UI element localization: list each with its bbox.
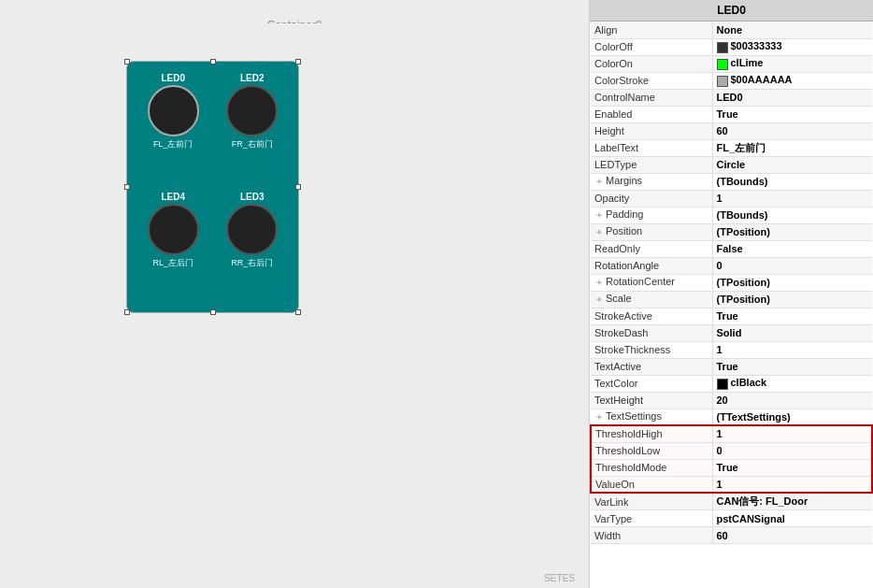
- prop-key-opacity: Opacity: [591, 190, 712, 207]
- prop-row-margins[interactable]: ＋Margins(TBounds): [591, 173, 872, 190]
- prop-val-controlname[interactable]: LED0: [712, 89, 872, 106]
- prop-val-vartype[interactable]: pstCANSignal: [712, 510, 872, 527]
- prop-val-scale[interactable]: (TPosition): [712, 291, 872, 308]
- led-cell-2[interactable]: LED2 FR_右前门: [218, 73, 288, 182]
- prop-val-position[interactable]: (TPosition): [712, 223, 872, 240]
- led0-circle[interactable]: [148, 85, 199, 136]
- prop-key-enabled: Enabled: [591, 106, 712, 122]
- prop-row-coloroff[interactable]: ColorOff$00333333: [591, 38, 872, 55]
- prop-row-colorstroke[interactable]: ColorStroke$00AAAAAA: [591, 72, 872, 89]
- led2-id: LED2: [240, 73, 265, 83]
- selection-handle-tm[interactable]: [210, 59, 216, 65]
- selection-handle-br[interactable]: [295, 309, 301, 315]
- prop-row-textcolor[interactable]: TextColorclBlack: [591, 375, 872, 392]
- prop-row-opacity[interactable]: Opacity1: [591, 190, 872, 207]
- prop-key-padding: ＋Padding: [591, 207, 712, 223]
- prop-val-valueon[interactable]: 1: [712, 476, 872, 493]
- prop-val-thresholdmode[interactable]: True: [712, 459, 872, 476]
- led-container[interactable]: LED0 FL_左前门 LED2 FR_右前门 LED4 RL_左后门: [126, 61, 299, 313]
- led-cell-3[interactable]: LED3 RR_右后门: [218, 192, 288, 301]
- prop-val-align[interactable]: None: [712, 22, 872, 38]
- prop-row-height[interactable]: Height60: [591, 122, 872, 139]
- prop-row-width[interactable]: Width60: [591, 527, 872, 544]
- led4-label: RL_左后门: [152, 257, 193, 269]
- prop-val-coloroff[interactable]: $00333333: [712, 38, 872, 55]
- prop-row-thresholdlow[interactable]: ThresholdLow0: [591, 442, 872, 459]
- led4-circle[interactable]: [148, 204, 199, 255]
- expand-icon[interactable]: ＋: [594, 176, 604, 186]
- prop-val-strokedash[interactable]: Solid: [712, 324, 872, 341]
- selection-handle-ml[interactable]: [124, 184, 130, 190]
- prop-val-textsettings[interactable]: (TTextSettings): [712, 409, 872, 425]
- expand-icon[interactable]: ＋: [594, 294, 604, 304]
- prop-val-textheight[interactable]: 20: [712, 392, 872, 409]
- led-cell-0[interactable]: LED0 FL_左前门: [138, 73, 208, 182]
- prop-val-margins[interactable]: (TBounds): [712, 173, 872, 190]
- prop-val-thresholdhigh[interactable]: 1: [712, 425, 872, 442]
- properties-table: AlignNoneColorOff$00333333ColorOnclLimeC…: [590, 22, 873, 544]
- color-text-coloron: clLime: [731, 57, 764, 68]
- prop-row-scale[interactable]: ＋Scale(TPosition): [591, 291, 872, 308]
- color-swatch-colorstroke: [717, 76, 728, 87]
- led2-circle[interactable]: [226, 85, 278, 136]
- selection-handle-tr[interactable]: [295, 59, 301, 65]
- prop-row-textheight[interactable]: TextHeight20: [591, 392, 872, 409]
- prop-val-labeltext[interactable]: FL_左前门: [712, 139, 872, 156]
- prop-row-varlink[interactable]: VarLinkCAN信号: FL_Door: [591, 493, 872, 510]
- prop-row-strokedash[interactable]: StrokeDashSolid: [591, 324, 872, 341]
- selection-handle-mr[interactable]: [295, 184, 301, 190]
- prop-row-ledtype[interactable]: LEDTypeCircle: [591, 156, 872, 173]
- prop-row-align[interactable]: AlignNone: [591, 22, 872, 38]
- prop-key-vartype: VarType: [591, 510, 712, 527]
- canvas-panel: Container0 LED0 FL_左前门 LED2: [0, 0, 589, 588]
- prop-val-enabled[interactable]: True: [712, 106, 872, 122]
- prop-val-varlink[interactable]: CAN信号: FL_Door: [712, 493, 872, 510]
- prop-val-textcolor[interactable]: clBlack: [712, 375, 872, 392]
- led3-circle[interactable]: [226, 204, 278, 255]
- prop-val-coloron[interactable]: clLime: [712, 55, 872, 72]
- prop-row-rotationangle[interactable]: RotationAngle0: [591, 257, 872, 274]
- prop-row-strokethickness[interactable]: StrokeThickness1: [591, 341, 872, 358]
- canvas-area[interactable]: LED0 FL_左前门 LED2 FR_右前门 LED4 RL_左后门: [23, 23, 565, 566]
- prop-val-strokethickness[interactable]: 1: [712, 341, 872, 358]
- prop-key-strokethickness: StrokeThickness: [591, 341, 712, 358]
- prop-val-rotationcenter[interactable]: (TPosition): [712, 274, 872, 291]
- prop-row-controlname[interactable]: ControlNameLED0: [591, 89, 872, 106]
- prop-val-height[interactable]: 60: [712, 122, 872, 139]
- led-cell-4[interactable]: LED4 RL_左后门: [138, 192, 208, 301]
- prop-val-ledtype[interactable]: Circle: [712, 156, 872, 173]
- prop-row-coloron[interactable]: ColorOnclLime: [591, 55, 872, 72]
- prop-row-vartype[interactable]: VarTypepstCANSignal: [591, 510, 872, 527]
- prop-val-readonly[interactable]: False: [712, 240, 872, 257]
- prop-val-strokeactive[interactable]: True: [712, 308, 872, 324]
- prop-row-readonly[interactable]: ReadOnlyFalse: [591, 240, 872, 257]
- selection-handle-tl[interactable]: [124, 59, 130, 65]
- selection-handle-bm[interactable]: [210, 309, 216, 315]
- prop-val-rotationangle[interactable]: 0: [712, 257, 872, 274]
- prop-row-textactive[interactable]: TextActiveTrue: [591, 358, 872, 375]
- prop-val-colorstroke[interactable]: $00AAAAAA: [712, 72, 872, 89]
- led4-id: LED4: [161, 192, 185, 202]
- prop-val-opacity[interactable]: 1: [712, 190, 872, 207]
- prop-row-position[interactable]: ＋Position(TPosition): [591, 223, 872, 240]
- prop-val-textactive[interactable]: True: [712, 358, 872, 375]
- prop-row-textsettings[interactable]: ＋TextSettings(TTextSettings): [591, 409, 872, 425]
- expand-icon[interactable]: ＋: [594, 277, 604, 287]
- properties-scroll[interactable]: AlignNoneColorOff$00333333ColorOnclLimeC…: [590, 22, 873, 587]
- prop-row-strokeactive[interactable]: StrokeActiveTrue: [591, 308, 872, 324]
- expand-icon[interactable]: ＋: [594, 411, 604, 422]
- prop-row-enabled[interactable]: EnabledTrue: [591, 106, 872, 122]
- prop-val-padding[interactable]: (TBounds): [712, 207, 872, 223]
- prop-row-thresholdhigh[interactable]: ThresholdHigh1: [591, 425, 872, 442]
- prop-row-valueon[interactable]: ValueOn1: [591, 476, 872, 493]
- prop-row-thresholdmode[interactable]: ThresholdModeTrue: [591, 459, 872, 476]
- prop-row-padding[interactable]: ＋Padding(TBounds): [591, 207, 872, 223]
- expand-icon[interactable]: ＋: [594, 226, 604, 237]
- prop-val-thresholdlow[interactable]: 0: [712, 442, 872, 459]
- selection-handle-bl[interactable]: [124, 309, 130, 315]
- prop-row-labeltext[interactable]: LabelTextFL_左前门: [591, 139, 872, 156]
- prop-row-rotationcenter[interactable]: ＋RotationCenter(TPosition): [591, 274, 872, 291]
- prop-key-width: Width: [591, 527, 712, 544]
- prop-val-width[interactable]: 60: [712, 527, 872, 544]
- expand-icon[interactable]: ＋: [594, 209, 604, 220]
